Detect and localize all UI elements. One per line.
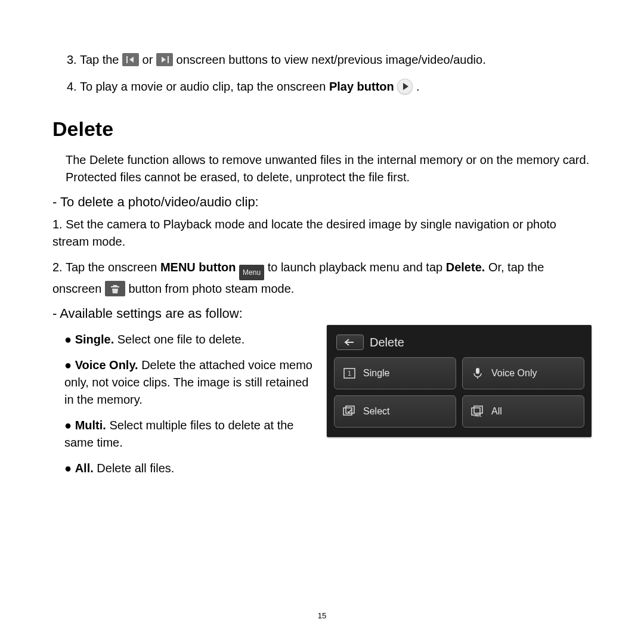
bullet-all: ● All. Delete all files. xyxy=(64,460,312,477)
svg-text:1: 1 xyxy=(348,370,351,377)
svg-rect-4 xyxy=(346,406,354,413)
step-4-text-c: . xyxy=(416,80,420,93)
bullet-voice: ● Voice Only. Delete the attached voice … xyxy=(64,357,312,408)
option-single-label: Single xyxy=(363,368,389,379)
play-button-label: Play button xyxy=(329,80,394,93)
panel-title: Delete xyxy=(370,336,404,349)
delete-step-2: 2. Tap the onscreen MENU button Menu to … xyxy=(52,259,592,298)
delete-step-2-e: button from photo steam mode. xyxy=(128,282,294,295)
option-all-label: All xyxy=(491,406,502,417)
step-3-text-a: 3. Tap the xyxy=(67,53,122,66)
bullet-all-rest: Delete all files. xyxy=(94,462,175,475)
bullet-multi-bold: Multi. xyxy=(75,419,106,432)
delete-word: Delete. xyxy=(446,261,485,274)
bullet-all-bold: All. xyxy=(75,462,94,475)
menu-button-label: MENU button xyxy=(160,261,236,274)
menu-icon: Menu xyxy=(239,265,264,280)
option-all[interactable]: ALL All xyxy=(462,395,584,428)
select-multi-icon xyxy=(343,405,356,418)
next-icon xyxy=(156,53,173,66)
step-4: 4. To play a movie or audio clip, tap th… xyxy=(67,78,592,96)
microphone-icon xyxy=(471,367,484,380)
svg-rect-6 xyxy=(474,406,482,413)
trash-icon xyxy=(105,281,125,296)
delete-panel: Delete 1 Single Voice Only xyxy=(327,325,592,437)
delete-intro: The Delete function allows to remove unw… xyxy=(66,151,592,186)
bullet-multi: ● Multi. Select multiple files to delete… xyxy=(64,417,312,451)
back-arrow-icon xyxy=(344,338,356,346)
option-select[interactable]: Select xyxy=(334,395,456,428)
prev-icon xyxy=(122,53,139,66)
page-number: 15 xyxy=(0,611,644,620)
svg-rect-2 xyxy=(476,368,479,374)
panel-header: Delete xyxy=(334,331,584,357)
delete-step-2-c: to launch playback menu and tap xyxy=(268,261,446,274)
option-voice-label: Voice Only xyxy=(491,368,537,379)
bullet-single: ● Single. Select one file to delete. xyxy=(64,331,312,348)
single-icon: 1 xyxy=(343,367,356,380)
delete-step-2-a: 2. Tap the onscreen xyxy=(52,261,160,274)
back-button[interactable] xyxy=(336,335,364,350)
svg-text:ALL: ALL xyxy=(475,413,482,417)
all-icon: ALL xyxy=(471,405,484,418)
subheading-delete-clip: - To delete a photo/video/audio clip: xyxy=(52,194,592,210)
play-icon xyxy=(397,79,413,94)
subheading-available: - Available settings are as follow: xyxy=(52,306,592,321)
bullet-single-bold: Single. xyxy=(75,333,114,346)
step-3: 3. Tap the or onscreen buttons to view n… xyxy=(67,51,592,69)
option-single[interactable]: 1 Single xyxy=(334,357,456,389)
bullet-voice-bold: Voice Only. xyxy=(75,358,138,371)
delete-step-1: 1. Set the camera to Playback mode and l… xyxy=(52,216,592,250)
bullet-single-rest: Select one file to delete. xyxy=(114,333,244,346)
step-3-text-c: onscreen buttons to view next/previous i… xyxy=(177,53,486,66)
step-4-text-a: 4. To play a movie or audio clip, tap th… xyxy=(67,80,329,93)
option-select-label: Select xyxy=(363,406,389,417)
option-voice-only[interactable]: Voice Only xyxy=(462,357,584,389)
step-3-text-b: or xyxy=(143,53,156,66)
delete-heading: Delete xyxy=(52,117,592,141)
